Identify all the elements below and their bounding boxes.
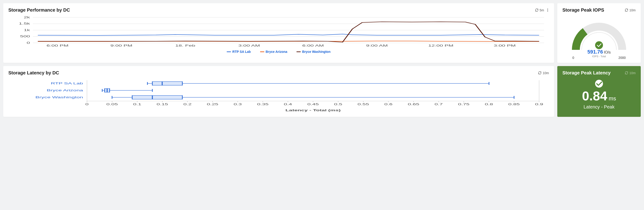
- box-xtick: 0.25: [207, 103, 218, 106]
- xtick: 9:00 PM: [110, 44, 132, 47]
- gauge-number: 591.76: [588, 49, 603, 55]
- box-xtick: 0.55: [358, 103, 369, 106]
- legend-swatch: [227, 52, 231, 52]
- xtick: 9:00 AM: [366, 44, 388, 47]
- box-xtick: 0.35: [257, 103, 268, 106]
- box-xtick: 0.4: [284, 103, 292, 106]
- panel-header: Storage Latency by DC 10m: [8, 70, 549, 76]
- box-xtick: 0.85: [508, 103, 520, 106]
- ytick: 2k: [24, 16, 30, 19]
- panel-title: Storage Latency by DC: [8, 70, 59, 76]
- xtick: 6:00 AM: [302, 44, 324, 47]
- box-xlabel: Latency - Total (ms): [285, 109, 340, 112]
- legend-label: Bryce Washington: [302, 50, 330, 54]
- box-xtick: 0.3: [234, 103, 242, 106]
- panel-actions: 10m: [625, 71, 636, 75]
- xtick: 12:00 PM: [428, 44, 454, 47]
- box-cat: RTP SA Lab: [51, 82, 83, 85]
- box-xtick: 0: [85, 103, 88, 106]
- legend-swatch: [260, 52, 264, 52]
- legend-item-rtp[interactable]: RTP SA Lab: [227, 50, 250, 54]
- panel-title: Storage Peak Latency: [562, 70, 610, 76]
- box-wa: [112, 96, 514, 99]
- panel-storage-latency: Storage Latency by DC 10m RTP SA Lab: [3, 66, 554, 117]
- ytick: 500: [20, 35, 30, 38]
- box-xtick: 0.7: [435, 103, 443, 106]
- peak-unit: ms: [609, 95, 616, 102]
- box-xtick: 0.9: [535, 103, 543, 106]
- svg-rect-10: [152, 82, 182, 85]
- panel-title: Storage Peak IOPS: [562, 8, 604, 13]
- box-xtick: 0.6: [384, 103, 392, 106]
- series-rtp: [38, 34, 539, 36]
- panel-peak-latency: Storage Peak Latency 10m 0.84ms Latency …: [557, 66, 641, 117]
- box-xtick: 0.5: [334, 103, 342, 106]
- svg-point-5: [595, 41, 603, 49]
- refresh-icon: [625, 8, 628, 12]
- refresh-button[interactable]: 10m: [625, 71, 636, 75]
- refresh-icon: [538, 71, 542, 75]
- xtick: 3:00 AM: [238, 44, 260, 47]
- peak-value-row: 0.84ms: [582, 90, 616, 102]
- legend-item-wa[interactable]: Bryce Washington: [296, 50, 330, 54]
- boxplot-chart[interactable]: RTP SA Lab Bryce Arizona Bryce Washingto…: [8, 78, 549, 114]
- legend-item-az[interactable]: Bryce Arizona: [260, 50, 288, 54]
- refresh-button[interactable]: 5m: [535, 8, 544, 12]
- refresh-button[interactable]: 10m: [538, 71, 549, 75]
- panel-header: Storage Peak IOPS 10m: [562, 8, 636, 13]
- panel-header: Storage Peak Latency 10m: [562, 70, 636, 76]
- box-xtick: 0.15: [157, 103, 168, 106]
- panel-actions: 10m: [538, 71, 549, 75]
- status-ok-icon: [595, 80, 603, 88]
- line-chart[interactable]: 0 500 1k 1.5k 2k 6:00 PM 9:00 PM 18. Feb…: [8, 15, 549, 48]
- box-xtick: 0.05: [106, 103, 118, 106]
- box-xtick: 0.45: [308, 103, 319, 106]
- box-xtick: 0.8: [485, 103, 493, 106]
- chart-legend: RTP SA Lab Bryce Arizona Bryce Washingto…: [8, 50, 549, 54]
- refresh-interval: 10m: [630, 71, 636, 75]
- refresh-interval: 10m: [630, 8, 636, 12]
- line-chart-area: 0 500 1k 1.5k 2k 6:00 PM 9:00 PM 18. Feb…: [8, 15, 549, 57]
- ytick: 1.5k: [19, 22, 30, 25]
- panel-actions: 5m: [535, 8, 549, 12]
- refresh-icon: [535, 8, 538, 12]
- panel-peak-iops: Storage Peak IOPS 10m: [557, 3, 641, 63]
- gauge-unit: IO/s: [604, 50, 610, 54]
- svg-rect-22: [132, 96, 182, 99]
- box-xtick: 0.75: [458, 103, 470, 106]
- xtick: 18. Feb: [175, 44, 195, 47]
- panel-storage-performance: Storage Performance by DC 5m: [3, 3, 554, 63]
- xtick: 6:00 PM: [46, 44, 68, 47]
- peak-value: 0.84: [582, 88, 607, 103]
- gauge-chart[interactable]: 591.76IO/s IOPS - Total 0 2000: [562, 15, 636, 60]
- gauge-max: 2000: [618, 56, 626, 60]
- gauge-range: 0 2000: [572, 56, 626, 60]
- ytick: 0: [27, 41, 30, 44]
- peak-sublabel: Latency - Peak: [584, 104, 614, 110]
- box-cat: Bryce Washington: [36, 96, 83, 99]
- refresh-interval: 10m: [543, 71, 549, 75]
- ytick: 1k: [24, 28, 30, 32]
- box-az: [102, 88, 152, 92]
- panel-title: Storage Performance by DC: [8, 8, 70, 13]
- refresh-button[interactable]: 10m: [625, 8, 636, 12]
- box-xtick: 0.2: [183, 103, 192, 106]
- box-xtick: 0.1: [133, 103, 141, 106]
- box-rtp: [148, 82, 489, 85]
- series-wa: [38, 22, 539, 42]
- panel-header: Storage Performance by DC 5m: [8, 8, 549, 13]
- box-cat: Bryce Arizona: [46, 89, 83, 92]
- legend-label: RTP SA Lab: [232, 50, 250, 54]
- panel-actions: 10m: [625, 8, 636, 12]
- box-xtick: 0.65: [408, 103, 419, 106]
- xtick: 3:00 PM: [494, 44, 516, 47]
- refresh-icon: [625, 71, 628, 75]
- gauge-min: 0: [572, 56, 574, 60]
- panel-menu-button[interactable]: [546, 8, 549, 12]
- peak-body: 0.84ms Latency - Peak: [562, 78, 636, 113]
- legend-swatch: [296, 52, 301, 52]
- refresh-interval: 5m: [540, 8, 544, 12]
- legend-label: Bryce Arizona: [266, 50, 288, 54]
